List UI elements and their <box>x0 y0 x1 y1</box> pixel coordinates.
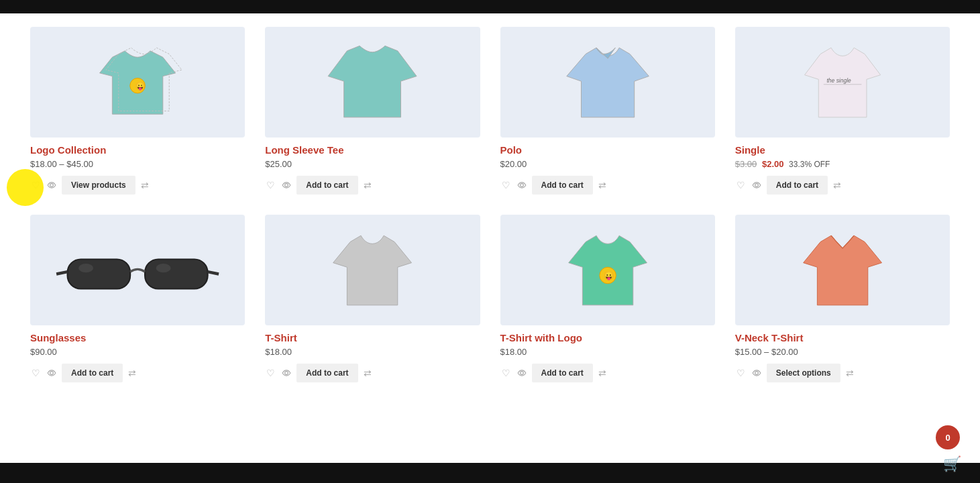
product-name-vneck[interactable]: V-Neck T-Shirt <box>735 332 950 343</box>
select-options-btn-vneck[interactable]: Select options <box>767 364 840 382</box>
product-card-single: the single Single $3.00 $2.00 33.3% OFF … <box>725 20 960 208</box>
wishlist-btn-long-sleeve[interactable]: ♡ <box>265 178 276 192</box>
quickview-btn-sunglasses[interactable] <box>46 367 58 379</box>
product-name-tshirt[interactable]: T-Shirt <box>265 332 480 343</box>
price-original-single: $3.00 <box>735 159 757 169</box>
compare-btn-logo-collection[interactable]: ⇄ <box>140 178 150 192</box>
product-image-sunglasses <box>30 215 245 325</box>
product-name-tshirt-logo[interactable]: T-Shirt with Logo <box>500 332 715 343</box>
svg-point-13 <box>156 264 171 272</box>
svg-line-11 <box>208 272 219 274</box>
svg-point-2 <box>50 184 54 187</box>
svg-text:the single: the single <box>826 77 851 84</box>
add-to-cart-btn-polo[interactable]: Add to cart <box>532 176 593 195</box>
add-to-cart-btn-sunglasses[interactable]: Add to cart <box>62 364 123 382</box>
svg-point-3 <box>285 184 288 187</box>
product-actions-vneck: ♡ Select options ⇄ <box>735 364 950 382</box>
product-price-single: $3.00 $2.00 33.3% OFF <box>735 159 950 169</box>
compare-btn-tshirt-logo[interactable]: ⇄ <box>597 366 608 380</box>
compare-btn-sunglasses[interactable]: ⇄ <box>127 366 138 380</box>
svg-point-15 <box>285 372 288 375</box>
svg-point-19 <box>755 372 758 375</box>
quickview-btn-single[interactable] <box>751 179 763 191</box>
product-image-long-sleeve <box>265 27 480 138</box>
quickview-btn-vneck[interactable] <box>751 367 763 379</box>
svg-text:😛: 😛 <box>135 81 146 91</box>
svg-rect-9 <box>145 259 208 288</box>
add-to-cart-btn-tshirt[interactable]: Add to cart <box>296 364 358 382</box>
product-price-polo: $20.00 <box>500 159 715 169</box>
product-price-vneck: $15.00 – $20.00 <box>735 347 950 357</box>
add-to-cart-btn-long-sleeve[interactable]: Add to cart <box>296 176 358 195</box>
view-products-btn[interactable]: View products <box>62 176 135 195</box>
product-price-sunglasses: $90.00 <box>30 347 245 357</box>
product-price-long-sleeve: $25.00 <box>265 159 480 169</box>
product-actions-long-sleeve: ♡ Add to cart ⇄ <box>265 176 480 195</box>
quickview-btn-logo-collection[interactable] <box>46 179 58 191</box>
add-to-cart-btn-single[interactable]: Add to cart <box>767 176 828 195</box>
svg-point-7 <box>755 184 758 187</box>
product-card-sunglasses: Sunglasses $90.00 ♡ Add to cart ⇄ <box>20 208 255 396</box>
svg-line-10 <box>56 272 68 274</box>
svg-point-12 <box>78 264 93 272</box>
product-image-single: the single <box>735 27 950 138</box>
product-card-long-sleeve: Long Sleeve Tee $25.00 ♡ Add to cart ⇄ <box>255 20 490 208</box>
product-actions-sunglasses: ♡ Add to cart ⇄ <box>30 364 245 382</box>
product-image-vneck <box>735 215 950 325</box>
product-image-tshirt-logo: 😛 <box>500 215 715 325</box>
product-name-sunglasses[interactable]: Sunglasses <box>30 332 245 343</box>
page-wrapper: 😛 Logo Collection $18.00 – $45.00 ♡ View… <box>0 0 980 483</box>
product-price-logo-collection: $18.00 – $45.00 <box>30 159 245 169</box>
wishlist-btn-logo-collection[interactable]: ♡ <box>30 178 42 192</box>
compare-btn-vneck[interactable]: ⇄ <box>845 366 855 380</box>
svg-point-18 <box>520 372 523 375</box>
product-name-long-sleeve[interactable]: Long Sleeve Tee <box>265 144 480 156</box>
compare-btn-single[interactable]: ⇄ <box>832 178 842 192</box>
quickview-btn-long-sleeve[interactable] <box>280 179 292 191</box>
wishlist-btn-polo[interactable]: ♡ <box>500 178 512 192</box>
product-card-tshirt: T-Shirt $18.00 ♡ Add to cart ⇄ <box>255 208 490 396</box>
product-actions-tshirt: ♡ Add to cart ⇄ <box>265 364 480 382</box>
product-actions-polo: ♡ Add to cart ⇄ <box>500 176 715 195</box>
product-card-vneck: V-Neck T-Shirt $15.00 – $20.00 ♡ Select … <box>725 208 960 396</box>
product-name-logo-collection[interactable]: Logo Collection <box>30 144 245 156</box>
compare-btn-long-sleeve[interactable]: ⇄ <box>362 178 373 192</box>
wishlist-btn-single[interactable]: ♡ <box>735 178 747 192</box>
product-actions-logo-collection: ♡ View products ⇄ <box>30 176 245 195</box>
price-sale-single: $2.00 <box>762 159 784 169</box>
product-card-tshirt-logo: 😛 T-Shirt with Logo $18.00 ♡ Add to cart… <box>490 208 725 396</box>
product-price-tshirt-logo: $18.00 <box>500 347 715 357</box>
svg-point-4 <box>520 184 523 187</box>
product-image-tshirt <box>265 215 480 325</box>
product-name-single[interactable]: Single <box>735 144 950 156</box>
compare-btn-tshirt[interactable]: ⇄ <box>362 366 373 380</box>
product-image-logo-collection: 😛 <box>30 27 245 138</box>
product-image-polo <box>500 27 715 138</box>
product-actions-single: ♡ Add to cart ⇄ <box>735 176 950 195</box>
bottom-bar <box>0 463 980 483</box>
wishlist-btn-vneck[interactable]: ♡ <box>735 366 747 380</box>
svg-text:😛: 😛 <box>604 270 614 281</box>
cart-count-badge: 0 <box>936 425 960 449</box>
add-to-cart-btn-tshirt-logo[interactable]: Add to cart <box>532 364 593 382</box>
product-actions-tshirt-logo: ♡ Add to cart ⇄ <box>500 364 715 382</box>
wishlist-btn-sunglasses[interactable]: ♡ <box>30 366 42 380</box>
product-card-logo-collection: 😛 Logo Collection $18.00 – $45.00 ♡ View… <box>20 20 255 208</box>
wishlist-btn-tshirt-logo[interactable]: ♡ <box>500 366 512 380</box>
compare-btn-polo[interactable]: ⇄ <box>597 178 608 192</box>
wishlist-btn-tshirt[interactable]: ♡ <box>265 366 276 380</box>
quickview-btn-polo[interactable] <box>516 179 528 191</box>
products-grid: 😛 Logo Collection $18.00 – $45.00 ♡ View… <box>0 13 980 402</box>
svg-point-14 <box>50 372 54 375</box>
quickview-btn-tshirt[interactable] <box>280 367 292 379</box>
cart-icon[interactable]: 🛒 <box>943 455 961 473</box>
price-off-single: 33.3% OFF <box>789 160 830 169</box>
quickview-btn-tshirt-logo[interactable] <box>516 367 528 379</box>
product-price-tshirt: $18.00 <box>265 347 480 357</box>
svg-rect-8 <box>68 259 131 288</box>
product-card-polo: Polo $20.00 ♡ Add to cart ⇄ <box>490 20 725 208</box>
top-bar <box>0 0 980 13</box>
product-name-polo[interactable]: Polo <box>500 144 715 156</box>
